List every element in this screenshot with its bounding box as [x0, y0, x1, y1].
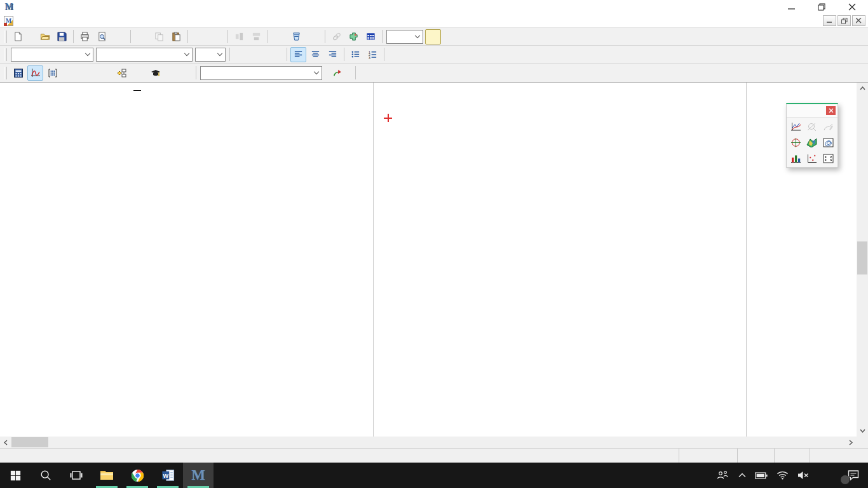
web-go-button[interactable]	[324, 65, 352, 81]
insert-table-button[interactable]	[363, 29, 379, 44]
italic-button[interactable]	[250, 47, 266, 62]
align-right-button[interactable]	[325, 47, 341, 62]
windows-start-icon	[10, 470, 21, 481]
taskbar-chrome[interactable]	[122, 463, 153, 488]
vertical-scroll-thumb[interactable]	[857, 241, 867, 274]
font-size-combobox[interactable]	[195, 48, 226, 62]
numbered-list-button[interactable]: 123	[365, 47, 381, 62]
insert-component-button[interactable]	[346, 29, 362, 44]
toolbar-grip[interactable]	[4, 30, 7, 43]
scroll-up-arrow[interactable]	[857, 83, 868, 94]
align-left-button[interactable]	[290, 47, 306, 62]
close-button[interactable]	[845, 1, 859, 13]
toolbar-grip[interactable]	[4, 67, 7, 79]
correlation-plot-region[interactable]	[508, 127, 851, 411]
taskbar-word[interactable]: W	[153, 463, 183, 488]
taskbar-search-button[interactable]	[31, 463, 61, 488]
new-worksheet-dropdown[interactable]	[27, 29, 36, 44]
undo-button[interactable]	[191, 29, 207, 44]
taskbar-file-explorer[interactable]	[92, 463, 122, 488]
scroll-left-arrow[interactable]	[0, 437, 11, 448]
insert-hyperlink-button[interactable]	[329, 29, 344, 44]
toolbar-grip[interactable]	[4, 48, 7, 61]
vertical-scrollbar[interactable]	[857, 83, 868, 437]
zoom-plot-button[interactable]	[804, 119, 820, 133]
tray-wifi-icon[interactable]	[772, 463, 793, 488]
status-auto-mode	[679, 449, 737, 463]
tray-show-hidden-icons[interactable]	[734, 463, 750, 488]
matrix-palette-button[interactable]	[44, 65, 60, 81]
formula-region-g0[interactable]	[126, 88, 142, 93]
subscript-button[interactable]	[405, 47, 421, 62]
status-bar	[0, 448, 868, 463]
scroll-right-arrow[interactable]	[845, 437, 857, 448]
redo-button[interactable]	[208, 29, 224, 44]
web-address-combobox[interactable]	[200, 66, 322, 80]
tray-battery-icon[interactable]	[750, 463, 772, 488]
child-minimize-button[interactable]	[823, 15, 836, 26]
palette-close-button[interactable]	[826, 106, 836, 115]
print-button[interactable]	[77, 29, 93, 44]
tray-volume-muted-icon[interactable]	[793, 463, 813, 488]
child-minimize-icon	[827, 18, 832, 24]
insert-function-button[interactable]	[271, 29, 287, 44]
child-close-button[interactable]	[852, 15, 865, 26]
graph-palette-button[interactable]	[27, 65, 43, 81]
spell-check-button[interactable]	[111, 29, 127, 44]
horizontal-scroll-thumb[interactable]	[11, 437, 48, 447]
evaluation-palette-button[interactable]	[62, 65, 78, 81]
font-combobox[interactable]	[96, 48, 193, 62]
bar3d-plot-icon	[790, 154, 801, 163]
bar3d-plot-button[interactable]	[788, 151, 804, 165]
zoom-combobox[interactable]	[386, 30, 423, 44]
taskbar-mathcad[interactable]: M	[183, 463, 214, 488]
scatter3d-plot-button[interactable]	[804, 151, 820, 165]
calculus-palette-button[interactable]	[79, 65, 95, 81]
align-across-button[interactable]	[231, 29, 247, 44]
start-button[interactable]	[0, 463, 31, 488]
tray-people-icon[interactable]	[711, 463, 734, 488]
horizontal-scrollbar[interactable]	[0, 437, 857, 448]
bold-button[interactable]	[233, 47, 249, 62]
scroll-down-arrow[interactable]	[857, 425, 868, 437]
save-button[interactable]	[54, 29, 70, 44]
child-close-icon	[856, 18, 862, 24]
child-restore-button[interactable]	[837, 15, 851, 26]
evaluate-button[interactable]	[306, 29, 322, 44]
action-center-button[interactable]	[839, 463, 868, 488]
boolean-palette-button[interactable]	[96, 65, 112, 81]
symbolic-palette-button[interactable]	[147, 65, 163, 81]
minimize-button[interactable]	[784, 1, 798, 13]
restore-button[interactable]	[815, 1, 829, 13]
align-down-button[interactable]	[248, 29, 264, 44]
trace-plot-button[interactable]	[820, 119, 836, 133]
programming-palette-button[interactable]	[113, 65, 129, 81]
paste-button[interactable]	[168, 29, 184, 44]
insert-unit-button[interactable]	[288, 29, 304, 44]
task-view-button[interactable]	[61, 463, 92, 488]
mathcad-application-window: M M	[0, 0, 868, 488]
calculator-palette-button[interactable]	[10, 65, 26, 81]
polar-plot-button[interactable]	[788, 135, 804, 149]
new-worksheet-button[interactable]	[10, 29, 26, 44]
spectrum-plot-region[interactable]	[89, 159, 432, 409]
style-combobox[interactable]	[11, 48, 93, 62]
greek-palette-button[interactable]	[130, 65, 146, 81]
tray-clock[interactable]	[826, 463, 839, 488]
vector-field-plot-button[interactable]	[820, 151, 836, 165]
print-preview-button[interactable]	[94, 29, 110, 44]
underline-button[interactable]	[268, 47, 283, 62]
open-button[interactable]	[37, 29, 53, 44]
formatting-toolbar: 123	[0, 46, 868, 64]
xy-plot-button[interactable]	[788, 119, 804, 133]
cut-button[interactable]	[134, 29, 150, 44]
contour-plot-button[interactable]	[820, 135, 836, 149]
worksheet-canvas[interactable]	[0, 83, 857, 437]
tray-language-indicator[interactable]	[813, 463, 826, 488]
surface-plot-button[interactable]	[804, 135, 820, 149]
align-center-button[interactable]	[308, 47, 323, 62]
help-button[interactable]	[425, 29, 441, 44]
bullet-list-button[interactable]	[348, 47, 363, 62]
copy-button[interactable]	[151, 29, 167, 44]
superscript-button[interactable]	[388, 47, 403, 62]
